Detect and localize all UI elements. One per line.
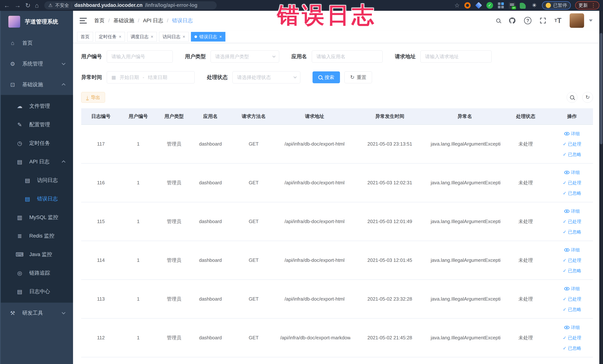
extension-orange-icon[interactable]	[464, 2, 471, 9]
extension-shield-icon[interactable]	[475, 2, 482, 9]
extension-leaf-icon[interactable]	[520, 2, 526, 9]
detail-link[interactable]: 详细	[553, 245, 591, 255]
reload-icon[interactable]: ↻	[25, 2, 31, 9]
request-url-input[interactable]	[420, 50, 492, 63]
mark-processed-link[interactable]: ✓已处理	[553, 294, 591, 304]
sidebar-item-error-log[interactable]: ▤ 错误日志	[1, 189, 73, 208]
tab-home[interactable]: 首页	[77, 32, 93, 42]
cell-user-type: 管理员	[156, 163, 192, 202]
hamburger-icon[interactable]	[80, 18, 87, 23]
scrollbar-thumb[interactable]	[600, 33, 603, 144]
refresh-table-button[interactable]: ↻	[582, 92, 593, 103]
close-icon[interactable]: ×	[119, 34, 121, 39]
select-placeholder: 请选择处理状态	[237, 74, 271, 81]
help-icon[interactable]: ?	[524, 17, 532, 24]
bookmark-star-icon[interactable]: ☆	[454, 2, 460, 9]
field-label: 用户编号	[81, 53, 102, 60]
breadcrumb-api-log[interactable]: API 日志	[143, 17, 163, 24]
user-avatar[interactable]	[570, 13, 584, 28]
field-label: 处理状态	[207, 74, 228, 81]
export-button[interactable]: ↓ 导出	[81, 92, 105, 103]
chrome-menu-icon[interactable]: ⋮	[591, 2, 596, 8]
user-type-select[interactable]: 请选择用户类型	[210, 50, 279, 63]
eye-icon	[564, 132, 569, 135]
reset-button[interactable]: ↻ 重置	[344, 71, 372, 83]
detail-link[interactable]: 详细	[553, 129, 591, 139]
calendar-icon: ▦	[111, 75, 116, 80]
cell-url: /api/infra/db-doc/export-markdown	[279, 318, 350, 357]
cell-status: 未处理	[500, 125, 551, 163]
warning-icon: ⚠	[48, 3, 52, 8]
github-icon[interactable]	[509, 17, 516, 24]
font-size-icon[interactable]: TT	[555, 17, 561, 25]
tab-error-log[interactable]: 错误日志×	[191, 32, 225, 42]
sidebar-item-redis-monitor[interactable]: ≣ Redis 监控	[1, 227, 73, 245]
breadcrumb-separator: /	[108, 18, 110, 23]
tab-scheduled-jobs[interactable]: 定时任务×	[95, 32, 125, 42]
detail-link[interactable]: 详细	[553, 283, 591, 294]
mark-ignored-link[interactable]: ✓已忽略	[553, 304, 591, 315]
sidebar-item-access-log[interactable]: ▤ 访问日志	[1, 171, 73, 189]
profile-paused-badge[interactable]: 已暂停	[542, 1, 571, 10]
detail-link[interactable]: 详细	[553, 206, 591, 216]
mark-processed-link[interactable]: ✓已处理	[553, 333, 591, 343]
mark-ignored-link[interactable]: ✓已忽略	[553, 227, 591, 237]
sidebar-item-api-log[interactable]: ▤ API 日志	[1, 153, 73, 171]
close-icon[interactable]: ×	[219, 34, 222, 39]
mark-ignored-link[interactable]: ✓已忽略	[553, 266, 591, 276]
mark-processed-link[interactable]: ✓已处理	[553, 255, 591, 266]
mark-ignored-link[interactable]: ✓已忽略	[553, 343, 591, 353]
extension-green-check-icon[interactable]: ✓	[487, 2, 493, 9]
toggle-search-button[interactable]	[567, 92, 577, 103]
sidebar-item-java-monitor[interactable]: ⌨ Java 监控	[1, 245, 73, 264]
chrome-update-button[interactable]: 更新 ⋮	[575, 1, 599, 10]
sidebar-item-mysql-monitor[interactable]: ▥ MySQL 监控	[1, 208, 73, 227]
detail-link[interactable]: 详细	[553, 167, 591, 178]
tab-access-log[interactable]: 访问日志×	[159, 32, 189, 42]
cell-user-type: 管理员	[156, 125, 192, 163]
fullscreen-icon[interactable]	[540, 17, 546, 24]
cell-status: 未处理	[500, 280, 551, 318]
sidebar-item-config-mgmt[interactable]: ✎ 配置管理	[1, 115, 73, 134]
exception-time-range-picker[interactable]: ▦ 开始日期 - 结束日期	[107, 71, 195, 83]
sidebar-item-infrastructure[interactable]: ⊡ 基础设施	[1, 74, 73, 95]
extension-onoff-icon[interactable]: on	[509, 2, 515, 9]
sidebar-item-label: API 日志	[29, 158, 49, 165]
extensions-puzzle-icon[interactable]: ✳	[531, 2, 538, 9]
col-exception-time: 异常发生时间	[350, 108, 429, 125]
avatar-dropdown-icon[interactable]	[589, 20, 593, 22]
mark-ignored-link[interactable]: ✓已忽略	[553, 188, 591, 199]
user-id-input[interactable]	[107, 50, 173, 63]
detail-link[interactable]: 详细	[553, 322, 591, 333]
browser-scrollbar[interactable]	[599, 11, 603, 364]
sidebar-item-home[interactable]: ⌂ 首页	[1, 33, 73, 53]
process-status-select[interactable]: 请选择处理状态	[232, 71, 300, 83]
close-icon[interactable]: ×	[183, 34, 185, 39]
mark-processed-link[interactable]: ✓已处理	[553, 139, 591, 149]
close-icon[interactable]: ×	[151, 34, 153, 39]
breadcrumb-infrastructure[interactable]: 基础设施	[114, 17, 134, 24]
sidebar-item-dev-tools[interactable]: ⚒ 研发工具	[1, 303, 73, 323]
filter-process-status: 处理状态 请选择处理状态	[207, 71, 300, 83]
mark-processed-link[interactable]: ✓已处理	[553, 178, 591, 188]
sidebar-item-file-mgmt[interactable]: ☁ 文件管理	[1, 97, 73, 115]
extension-grid-icon[interactable]	[498, 2, 504, 9]
home-icon[interactable]: ⌂	[35, 2, 39, 9]
search-button[interactable]: 搜索	[313, 71, 340, 83]
forward-icon[interactable]: →	[14, 2, 21, 9]
tab-schedule-log[interactable]: 调度日志×	[127, 32, 157, 42]
address-bar[interactable]: ⚠ 不安全 dashboard.yudao.iocoder.cn/infra/l…	[44, 1, 217, 10]
sidebar-item-scheduled-jobs[interactable]: ◷ 定时任务	[1, 134, 73, 153]
search-icon[interactable]	[496, 19, 500, 23]
cell-operations: 详细 ✓已处理 ✓已忽略	[551, 125, 593, 163]
back-icon[interactable]: ←	[4, 2, 10, 9]
app-name-input[interactable]	[312, 50, 383, 63]
app-logo[interactable]: 芋道管理系统	[1, 11, 73, 33]
sidebar-item-trace[interactable]: ◎ 链路追踪	[1, 264, 73, 282]
field-label: 请求地址	[395, 53, 416, 60]
mark-ignored-link[interactable]: ✓已忽略	[553, 149, 591, 160]
breadcrumb-home[interactable]: 首页	[94, 17, 104, 24]
sidebar-item-system-mgmt[interactable]: ⚙ 系统管理	[1, 53, 73, 74]
sidebar-item-log-center[interactable]: ▤ 日志中心	[1, 282, 73, 301]
mark-processed-link[interactable]: ✓已处理	[553, 216, 591, 227]
